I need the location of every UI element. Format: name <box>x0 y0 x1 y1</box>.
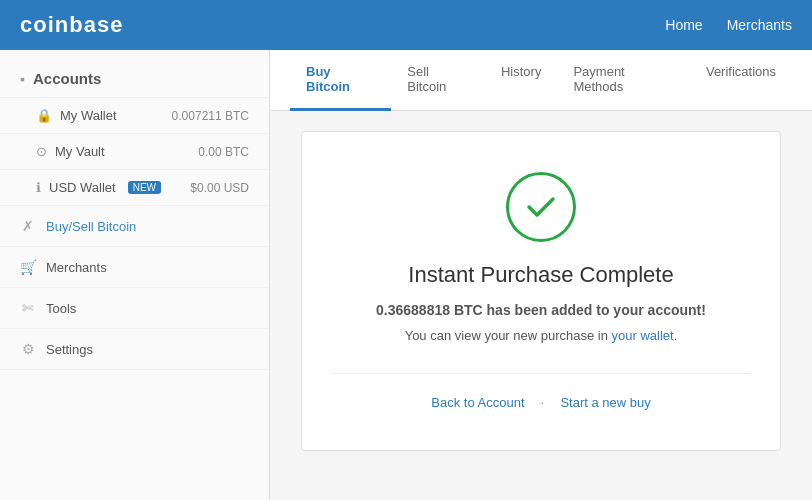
sidebar: ▪ Accounts 🔒 My Wallet 0.007211 BTC ⊙ My… <box>0 50 270 500</box>
checkmark-icon <box>523 189 559 225</box>
settings-label: Settings <box>46 342 93 357</box>
tab-history[interactable]: History <box>485 50 557 111</box>
content-area: Instant Purchase Complete 0.36688818 BTC… <box>270 111 812 471</box>
header-nav: Home Merchants <box>665 17 792 33</box>
usd-wallet-label: USD Wallet <box>49 180 116 195</box>
nav-merchants[interactable]: Merchants <box>727 17 792 33</box>
tools-icon: ✄ <box>20 300 36 316</box>
tabs-bar: Buy Bitcoin Sell Bitcoin History Payment… <box>270 50 812 111</box>
main-content: Buy Bitcoin Sell Bitcoin History Payment… <box>270 50 812 500</box>
accounts-label: Accounts <box>33 70 101 87</box>
back-to-account-link[interactable]: Back to Account <box>431 395 524 410</box>
settings-icon: ⚙ <box>20 341 36 357</box>
wallet-link[interactable]: your wallet <box>612 328 674 343</box>
merchants-label: Merchants <box>46 260 107 275</box>
my-vault-label: My Vault <box>55 144 105 159</box>
buy-sell-label: Buy/Sell Bitcoin <box>46 219 136 234</box>
start-new-buy-link[interactable]: Start a new buy <box>560 395 650 410</box>
usd-wallet-value: $0.00 USD <box>190 181 249 195</box>
nav-home[interactable]: Home <box>665 17 702 33</box>
tab-buy-bitcoin[interactable]: Buy Bitcoin <box>290 50 391 111</box>
sidebar-item-tools[interactable]: ✄ Tools <box>0 288 269 329</box>
my-wallet-label: My Wallet <box>60 108 117 123</box>
usd-icon: ℹ <box>36 180 41 195</box>
success-subtext: You can view your new purchase in your w… <box>332 328 750 343</box>
buy-sell-icon: ✗ <box>20 218 36 234</box>
sidebar-item-settings[interactable]: ⚙ Settings <box>0 329 269 370</box>
action-separator: · <box>541 394 545 410</box>
sidebar-item-buy-sell[interactable]: ✗ Buy/Sell Bitcoin <box>0 206 269 247</box>
layout: ▪ Accounts 🔒 My Wallet 0.007211 BTC ⊙ My… <box>0 50 812 500</box>
tools-label: Tools <box>46 301 76 316</box>
merchants-icon: 🛒 <box>20 259 36 275</box>
usd-wallet-badge: NEW <box>128 181 161 194</box>
wallet-icon: 🔒 <box>36 108 52 123</box>
success-message: 0.36688818 BTC has been added to your ac… <box>332 302 750 318</box>
sidebar-item-merchants[interactable]: 🛒 Merchants <box>0 247 269 288</box>
success-sub-text: You can view your new purchase in <box>405 328 612 343</box>
my-wallet-value: 0.007211 BTC <box>172 109 249 123</box>
tab-sell-bitcoin[interactable]: Sell Bitcoin <box>391 50 485 111</box>
tab-verifications[interactable]: Verifications <box>690 50 792 111</box>
card-divider <box>332 373 750 374</box>
success-title: Instant Purchase Complete <box>332 262 750 288</box>
success-actions: Back to Account · Start a new buy <box>332 394 750 410</box>
logo: coinbase <box>20 12 123 38</box>
sidebar-item-usd-wallet[interactable]: ℹ USD Wallet NEW $0.00 USD <box>0 170 269 206</box>
sidebar-item-my-vault[interactable]: ⊙ My Vault 0.00 BTC <box>0 134 269 170</box>
tab-payment-methods[interactable]: Payment Methods <box>557 50 690 111</box>
accounts-section: ▪ Accounts <box>0 60 269 98</box>
success-icon-circle <box>506 172 576 242</box>
vault-icon: ⊙ <box>36 144 47 159</box>
my-vault-value: 0.00 BTC <box>198 145 249 159</box>
success-card: Instant Purchase Complete 0.36688818 BTC… <box>301 131 781 451</box>
sidebar-item-my-wallet[interactable]: 🔒 My Wallet 0.007211 BTC <box>0 98 269 134</box>
header: coinbase Home Merchants <box>0 0 812 50</box>
accounts-icon: ▪ <box>20 71 25 87</box>
